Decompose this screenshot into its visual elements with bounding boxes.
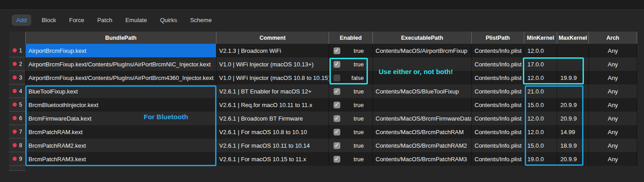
- cell-bundlepath[interactable]: BrcmFirmwareData.kext: [25, 112, 216, 125]
- cell-minkernel[interactable]: 17.0.0: [524, 57, 557, 71]
- row-gutter[interactable]: 8: [9, 139, 25, 152]
- cell-plistpath[interactable]: Contents/Info.plist: [471, 44, 524, 57]
- cell-minkernel[interactable]: 15.0.0: [524, 139, 557, 152]
- cell-arch[interactable]: Any: [588, 98, 637, 112]
- cell-comment[interactable]: V2.6.1 | For macOS 10.8 to 10.10: [216, 125, 329, 139]
- cell-maxkernel[interactable]: 18.9.9: [557, 139, 588, 152]
- cell-minkernel[interactable]: 12.0.0: [524, 112, 557, 125]
- cell-minkernel[interactable]: 21.0.0: [524, 84, 557, 98]
- cell-maxkernel[interactable]: 20.9.9: [557, 98, 588, 112]
- cell-arch[interactable]: Any: [588, 112, 637, 125]
- cell-bundlepath[interactable]: BrcmPatchRAM.kext: [25, 125, 216, 139]
- cell-maxkernel[interactable]: [557, 57, 588, 71]
- cell-enabled[interactable]: true: [329, 125, 372, 139]
- table-row[interactable]: 4BlueToolFixup.kextV2.6.1 | BT Enabler f…: [9, 84, 637, 98]
- table-row[interactable]: 2AirportBrcmFixup.kext/Contents/PlugIns/…: [9, 57, 637, 71]
- row-gutter[interactable]: 2: [9, 57, 25, 71]
- row-gutter[interactable]: 5: [9, 98, 25, 112]
- row-gutter[interactable]: 6: [9, 112, 25, 125]
- cell-comment[interactable]: V2.6.1 | For macOS 10.11 to 10.14: [216, 139, 329, 152]
- cell-plistpath[interactable]: Contents/Info.plist: [471, 152, 524, 166]
- cell-bundlepath[interactable]: AirportBrcmFixup.kext/Contents/PlugIns/A…: [25, 71, 216, 84]
- cell-enabled[interactable]: false: [329, 71, 372, 84]
- cell-arch[interactable]: Any: [588, 44, 637, 57]
- cell-arch[interactable]: Any: [588, 57, 637, 71]
- cell-bundlepath[interactable]: BlueToolFixup.kext: [25, 84, 216, 98]
- cell-maxkernel[interactable]: 20.9.9: [557, 152, 588, 166]
- cell-comment[interactable]: V1.0 | WiFi Injector (macOS 10.8 to 10.1…: [216, 71, 329, 84]
- cell-plistpath[interactable]: Contents/Info.plist: [471, 84, 524, 98]
- cell-plistpath[interactable]: Contents/Info.plist: [471, 57, 524, 71]
- cell-minkernel[interactable]: 19.0.0: [524, 152, 557, 166]
- enabled-checkbox[interactable]: [334, 115, 340, 122]
- cell-minkernel[interactable]: 15.0.0: [524, 98, 557, 112]
- cell-enabled[interactable]: true: [329, 112, 372, 125]
- cell-minkernel[interactable]: 12.0.0: [524, 125, 557, 139]
- cell-comment[interactable]: V2.6.1 | For macOS 10.15 to 11.x: [216, 152, 329, 166]
- enabled-checkbox[interactable]: [334, 142, 340, 149]
- cell-comment[interactable]: V2.6.1 | BT Enabler for macOS 12+: [216, 84, 329, 98]
- tab-block[interactable]: Block: [39, 14, 59, 26]
- enabled-checkbox[interactable]: [334, 156, 340, 163]
- cell-executablepath[interactable]: Contents/MacOS/BrcmFirmwareData: [372, 112, 471, 125]
- table-row[interactable]: 7BrcmPatchRAM.kextV2.6.1 | For macOS 10.…: [9, 125, 637, 139]
- cell-arch[interactable]: Any: [588, 71, 637, 84]
- cell-enabled[interactable]: true: [329, 139, 372, 152]
- cell-maxkernel[interactable]: [557, 84, 588, 98]
- table-row[interactable]: 5BrcmBluetoothInjector.kextV2.6.1 | Req.…: [9, 98, 637, 112]
- cell-executablepath[interactable]: [372, 71, 471, 84]
- cell-plistpath[interactable]: Contents/Info.plist: [471, 125, 524, 139]
- cell-enabled[interactable]: true: [329, 57, 372, 71]
- tab-force[interactable]: Force: [66, 14, 87, 26]
- cell-executablepath[interactable]: Contents/MacOS/BlueToolFixup: [372, 84, 471, 98]
- cell-executablepath[interactable]: Contents/MacOS/AirportBrcmFixup: [372, 44, 471, 57]
- cell-arch[interactable]: Any: [588, 84, 637, 98]
- row-gutter[interactable]: 4: [9, 84, 25, 98]
- cell-minkernel[interactable]: 12.0.0: [524, 44, 557, 57]
- cell-comment[interactable]: V1.0 | WiFi Injector (macOS 10.13+): [216, 57, 329, 71]
- cell-maxkernel[interactable]: 20.9.9: [557, 112, 588, 125]
- cell-enabled[interactable]: true: [329, 44, 372, 57]
- cell-arch[interactable]: Any: [588, 152, 637, 166]
- tab-patch[interactable]: Patch: [94, 14, 115, 26]
- cell-arch[interactable]: Any: [588, 125, 637, 139]
- cell-comment[interactable]: V2.6.1 | Req.for macO 10.11 to 11.x: [216, 98, 329, 112]
- cell-arch[interactable]: Any: [588, 139, 637, 152]
- row-gutter[interactable]: 7: [9, 125, 25, 139]
- cell-maxkernel[interactable]: 19.9.9: [557, 71, 588, 84]
- tab-add[interactable]: Add: [12, 14, 31, 26]
- cell-minkernel[interactable]: 12.0.0: [524, 71, 557, 84]
- cell-executablepath[interactable]: Contents/MacOS/BrcmPatchRAM3: [372, 152, 471, 166]
- cell-enabled[interactable]: true: [329, 152, 372, 166]
- row-gutter[interactable]: 9: [9, 152, 25, 166]
- cell-bundlepath[interactable]: BrcmBluetoothInjector.kext: [25, 98, 216, 112]
- cell-executablepath[interactable]: Contents/MacOS/BrcmPatchRAM2: [372, 139, 471, 152]
- table-row[interactable]: 3AirportBrcmFixup.kext/Contents/PlugIns/…: [9, 71, 637, 84]
- tab-quirks[interactable]: Quirks: [157, 14, 180, 26]
- enabled-checkbox[interactable]: [334, 88, 340, 95]
- cell-bundlepath[interactable]: BrcmPatchRAM3.kext: [25, 152, 216, 166]
- cell-enabled[interactable]: true: [329, 98, 372, 112]
- cell-plistpath[interactable]: Contents/Info.plist: [471, 139, 524, 152]
- cell-comment[interactable]: V2.6.1 | Broadcom BT Firmware: [216, 112, 329, 125]
- cell-enabled[interactable]: true: [329, 84, 372, 98]
- cell-plistpath[interactable]: Contents/Info.plist: [471, 71, 524, 84]
- enabled-checkbox[interactable]: [334, 75, 340, 81]
- cell-bundlepath[interactable]: AirportBrcmFixup.kext: [25, 44, 216, 57]
- enabled-checkbox[interactable]: [334, 47, 340, 54]
- enabled-checkbox[interactable]: [334, 102, 340, 108]
- cell-maxkernel[interactable]: 14.99: [557, 125, 588, 139]
- table-row[interactable]: 6BrcmFirmwareData.kextV2.6.1 | Broadcom …: [9, 112, 637, 125]
- row-gutter[interactable]: 3: [9, 71, 25, 84]
- cell-bundlepath[interactable]: BrcmPatchRAM2.kext: [25, 139, 216, 152]
- table-row[interactable]: 1AirportBrcmFixup.kextV2.1.3 | Broadcom …: [9, 44, 637, 57]
- table-row[interactable]: 8BrcmPatchRAM2.kextV2.6.1 | For macOS 10…: [9, 139, 637, 152]
- tab-emulate[interactable]: Emulate: [122, 14, 150, 26]
- table-row[interactable]: 9BrcmPatchRAM3.kextV2.6.1 | For macOS 10…: [9, 152, 637, 166]
- cell-plistpath[interactable]: Contents/Info.plist: [471, 112, 524, 125]
- cell-comment[interactable]: V2.1.3 | Broadcom WiFi: [216, 44, 329, 57]
- cell-bundlepath[interactable]: AirportBrcmFixup.kext/Contents/PlugIns/A…: [25, 57, 216, 71]
- cell-executablepath[interactable]: Contents/MacOS/BrcmPatchRAM: [372, 125, 471, 139]
- enabled-checkbox[interactable]: [334, 129, 340, 135]
- cell-executablepath[interactable]: [372, 98, 471, 112]
